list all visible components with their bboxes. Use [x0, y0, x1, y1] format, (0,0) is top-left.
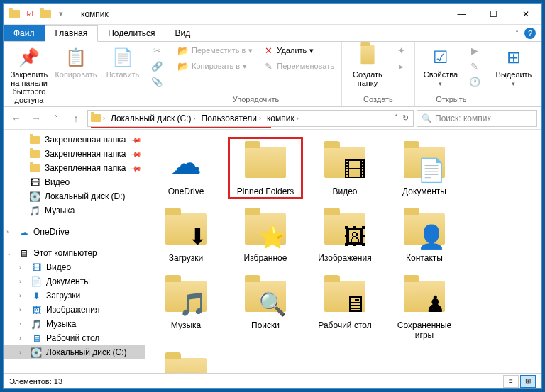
sidebar-item[interactable]: ›💽Локальный диск (C:): [4, 345, 145, 359]
sidebar-item[interactable]: ›🖼Изображения: [4, 303, 145, 317]
sidebar-item[interactable]: ›🎞Видео: [4, 260, 145, 274]
tile-label: Контакты: [406, 253, 443, 263]
tab-home[interactable]: Главная: [45, 25, 99, 42]
folder-icon: [91, 114, 101, 122]
new-item-button[interactable]: ✦: [393, 43, 410, 57]
paste-button[interactable]: 📄 Вставить: [101, 43, 144, 79]
open-button[interactable]: ▶: [466, 43, 483, 57]
folder-tile[interactable]: ↗ Ссылки: [148, 348, 224, 373]
sidebar-item[interactable]: ›🖥Рабочий стол: [4, 331, 145, 345]
copy-button[interactable]: 📋 Копировать: [55, 43, 97, 79]
sidebar-item[interactable]: Закрепленная папка📌: [4, 161, 145, 175]
tab-share[interactable]: Поделиться: [98, 25, 165, 41]
open-icon: ▶: [469, 45, 480, 56]
folder-tile[interactable]: Pinned Folders: [228, 137, 303, 199]
sidebar-item[interactable]: Закрепленная папка📌: [4, 133, 145, 147]
cut-button[interactable]: ✂: [148, 43, 165, 57]
maximize-button[interactable]: ☐: [478, 4, 510, 24]
rename-button[interactable]: ✎Переименовать: [260, 59, 337, 73]
easy-access-button[interactable]: ▸: [393, 59, 410, 73]
select-icon: ⊞: [502, 46, 525, 69]
sidebar-item[interactable]: ›⬇Загрузки: [4, 289, 145, 303]
nav-back-button[interactable]: ←: [8, 110, 25, 127]
group-organize-label: Упорядочить: [175, 94, 337, 105]
separator: [75, 8, 75, 21]
history-button[interactable]: 🕐: [466, 74, 483, 89]
copy-to-button[interactable]: 📂Копировать в ▾: [175, 59, 255, 73]
sidebar-item[interactable]: 🎞Видео: [4, 175, 145, 189]
folder-tile[interactable]: 👤 Контакты: [387, 203, 462, 266]
pin-icon: 📌: [18, 46, 40, 69]
help-icon[interactable]: ?: [524, 28, 536, 39]
sidebar-this-pc[interactable]: ⌄🖥Этот компьютер: [4, 246, 145, 260]
folder-tile[interactable]: 🎵 Музыка: [148, 271, 224, 344]
shortcut-icon: 📎: [151, 76, 163, 87]
sidebar-onedrive[interactable]: ›☁OneDrive: [4, 225, 145, 239]
view-icons-button[interactable]: ⊞: [520, 375, 536, 388]
annotation-underline: [91, 127, 271, 128]
move-to-button[interactable]: 📂Переместить в ▾: [175, 43, 255, 57]
sidebar-item[interactable]: ›📄Документы: [4, 274, 145, 289]
overlay-icon: 📄: [417, 157, 446, 184]
close-button[interactable]: ✕: [510, 4, 541, 24]
overlay-icon: ⭐: [258, 223, 287, 250]
folder-icon: [29, 162, 40, 174]
breadcrumb: Локальный диск (C:)›: [108, 113, 199, 123]
group-new-label: Создать: [346, 94, 410, 105]
pin-icon: 📌: [131, 148, 142, 159]
folder-tile[interactable]: 🖼 Изображения: [307, 203, 382, 266]
copy-path-button[interactable]: 🔗: [148, 59, 165, 73]
nav-up-button[interactable]: ↑: [67, 110, 84, 127]
sidebar-item[interactable]: Закрепленная папка📌: [4, 147, 145, 161]
nav-forward-button[interactable]: →: [28, 110, 45, 127]
folder-tile[interactable]: ♟ Сохраненные игры: [387, 271, 462, 344]
new-item-icon: ✦: [396, 45, 407, 56]
sidebar-item[interactable]: ›🎵Музыка: [4, 317, 145, 331]
select-button[interactable]: ⊞ Выделить ▾: [492, 43, 535, 87]
folder-icon: 🎵: [29, 205, 40, 216]
qat-folder-icon[interactable]: [39, 8, 52, 21]
sidebar-item[interactable]: 🎵Музыка: [4, 203, 145, 218]
folder-tile[interactable]: 🔍 Поиски: [228, 271, 303, 344]
folder-tile[interactable]: 🎞 Видео: [307, 137, 382, 199]
search-input[interactable]: 🔍 Поиск: компик: [417, 110, 537, 127]
window-title: компик: [81, 9, 109, 19]
properties-button[interactable]: ☑ Свойства ▾: [419, 43, 462, 87]
nav-recent-button[interactable]: ˅: [48, 110, 65, 127]
collapse-ribbon-icon[interactable]: ˄: [515, 29, 519, 37]
folder-icon: [245, 147, 286, 178]
sidebar-item[interactable]: 💽Локальный диск (D:): [4, 189, 145, 203]
group-open-label: Открыть: [419, 94, 483, 105]
delete-button[interactable]: ✕Удалить ▾: [260, 43, 337, 57]
status-bar: Элементов: 13 ≡ ⊞: [4, 373, 541, 388]
tab-view[interactable]: Вид: [165, 25, 200, 41]
delete-icon: ✕: [263, 45, 274, 56]
pin-to-quick-access-button[interactable]: 📌 Закрепить на панели быстрого доступа: [8, 43, 50, 104]
refresh-icon[interactable]: ↻: [402, 113, 409, 123]
qat-dropdown-icon[interactable]: ▾: [55, 8, 67, 21]
new-folder-button[interactable]: Создать папку: [346, 43, 389, 87]
search-placeholder: Поиск: компик: [435, 113, 491, 123]
properties-icon: ☑: [429, 46, 452, 69]
content-pane[interactable]: ☁ OneDrive Pinned Folders 🎞 Видео 📄 Доку…: [145, 130, 541, 373]
paste-shortcut-button[interactable]: 📎: [148, 74, 165, 89]
view-details-button[interactable]: ≡: [503, 375, 519, 388]
folder-icon: 🎞: [29, 177, 40, 188]
easy-access-icon: ▸: [396, 60, 407, 72]
edit-button[interactable]: ✎: [466, 59, 483, 73]
address-dropdown-icon[interactable]: ˅: [394, 113, 398, 123]
qat-check-icon[interactable]: ☑: [23, 8, 36, 21]
navigation-pane: Закрепленная папка📌Закрепленная папка📌За…: [4, 130, 145, 373]
folder-tile[interactable]: ☁ OneDrive: [148, 137, 224, 199]
item-icon: 🎞: [31, 262, 42, 273]
address-bar[interactable]: › Локальный диск (C:)› Пользователи› ком…: [87, 110, 414, 127]
tab-file[interactable]: Файл: [4, 25, 45, 41]
folder-tile[interactable]: ⭐ Избранное: [228, 203, 303, 266]
folder-tile[interactable]: 📄 Документы: [387, 137, 462, 199]
moveto-icon: 📂: [177, 45, 189, 56]
minimize-button[interactable]: —: [446, 4, 478, 24]
breadcrumb: компик›: [264, 113, 302, 123]
tile-label: Видео: [332, 186, 357, 196]
folder-tile[interactable]: 🖥 Рабочий стол: [307, 271, 382, 344]
folder-tile[interactable]: ⬇ Загрузки: [148, 203, 224, 266]
